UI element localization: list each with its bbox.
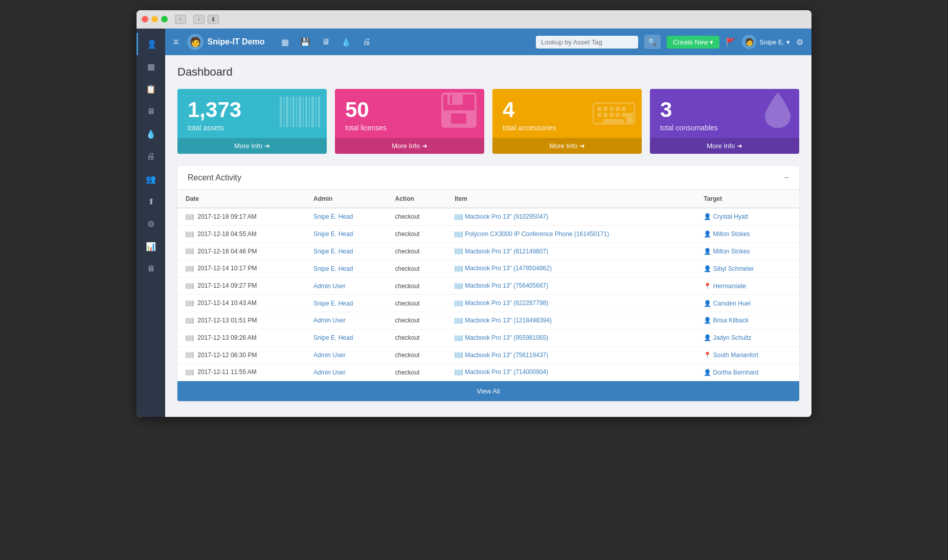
- maximize-button[interactable]: [161, 16, 168, 22]
- cell-item[interactable]: Macbook Pro 13" (955981065): [446, 329, 695, 346]
- sidebar-item-users[interactable]: 👥: [137, 168, 165, 190]
- back-button[interactable]: ‹: [175, 15, 186, 24]
- cell-item[interactable]: Macbook Pro 13" (910295047): [446, 208, 695, 225]
- cell-item[interactable]: Macbook Pro 13" (756119437): [446, 346, 695, 364]
- admin-link[interactable]: Admin User: [313, 317, 346, 324]
- drop-nav-icon[interactable]: 💧: [339, 35, 353, 49]
- item-link[interactable]: Macbook Pro 13" (714000904): [465, 368, 548, 376]
- forward-button[interactable]: ›: [193, 15, 205, 24]
- item-link[interactable]: Macbook Pro 13" (955981065): [465, 334, 548, 341]
- cell-admin[interactable]: Snipe E. Head: [305, 260, 387, 277]
- svg-rect-2: [286, 97, 288, 127]
- target-user-link[interactable]: 👤 Milton Stokes: [704, 230, 750, 238]
- sidebar-item-reports[interactable]: 📊: [137, 235, 165, 258]
- target-user-link[interactable]: 👤 Camden Huel: [704, 300, 751, 307]
- save-nav-icon[interactable]: 💾: [298, 35, 312, 49]
- item-link[interactable]: Macbook Pro 13" (812149807): [465, 248, 548, 255]
- cell-admin[interactable]: Admin User: [305, 312, 387, 329]
- target-user-link[interactable]: 👤 Crystal Hyatt: [704, 213, 748, 220]
- collapse-button[interactable]: −: [784, 173, 789, 182]
- download-button[interactable]: ⬇: [208, 15, 219, 24]
- item-link[interactable]: Macbook Pro 13" (756119437): [465, 352, 548, 359]
- cell-target[interactable]: 👤 Camden Huel: [695, 295, 799, 312]
- sidebar-item-components[interactable]: 🖨: [137, 145, 165, 168]
- cell-admin[interactable]: Admin User: [305, 364, 387, 381]
- cell-admin[interactable]: Admin User: [305, 346, 387, 364]
- item-link[interactable]: Macbook Pro 13" (1218498394): [465, 317, 552, 324]
- admin-link[interactable]: Snipe E. Head: [313, 265, 353, 272]
- cell-admin[interactable]: Snipe E. Head: [305, 225, 387, 243]
- cell-item[interactable]: Polycom CX3000 IP Conference Phone (1614…: [446, 225, 695, 243]
- user-menu[interactable]: 🧑 Snipe E. ▾: [742, 35, 790, 49]
- target-user-link[interactable]: 👤 Jadyn Schultz: [704, 334, 751, 341]
- item-link[interactable]: Macbook Pro 13" (622287798): [465, 299, 548, 307]
- svg-rect-39: [455, 214, 456, 220]
- search-button[interactable]: 🔍: [644, 35, 661, 49]
- cell-target[interactable]: 👤 Milton Stokes: [695, 225, 799, 243]
- minimize-button[interactable]: [151, 16, 158, 22]
- consumables-more-info[interactable]: More Info ➜: [650, 138, 799, 154]
- cell-item[interactable]: Macbook Pro 13" (714000904): [446, 364, 695, 381]
- sidebar-item-import[interactable]: ⬆: [137, 190, 165, 213]
- cell-target[interactable]: 📍 Hermanside: [695, 277, 799, 295]
- target-user-link[interactable]: 👤 Dortha Bernhard: [704, 369, 758, 376]
- cell-target[interactable]: 👤 Brisa Kilback: [695, 312, 799, 329]
- cell-admin[interactable]: Snipe E. Head: [305, 243, 387, 260]
- sidebar-item-dashboard[interactable]: 👤: [137, 33, 165, 55]
- sidebar-item-view[interactable]: 🖥: [137, 258, 165, 280]
- brand[interactable]: 🧑 Snipe-IT Demo: [187, 34, 265, 50]
- item-link[interactable]: Macbook Pro 13" (756405667): [465, 282, 548, 289]
- cell-item[interactable]: Macbook Pro 13" (1478504862): [446, 260, 695, 277]
- licenses-more-info[interactable]: More Info ➜: [335, 138, 484, 154]
- cell-admin[interactable]: Snipe E. Head: [305, 329, 387, 346]
- admin-link[interactable]: Snipe E. Head: [313, 334, 353, 341]
- admin-link[interactable]: Snipe E. Head: [313, 213, 353, 220]
- view-all-button[interactable]: View All: [177, 381, 799, 401]
- create-new-button[interactable]: Create New ▾: [667, 36, 719, 49]
- print-nav-icon[interactable]: 🖨: [360, 35, 373, 49]
- target-user-link[interactable]: 👤 Sibyl Schmeler: [704, 265, 754, 272]
- sidebar-item-assets[interactable]: ▦: [137, 55, 165, 78]
- row-barcode-icon: [186, 369, 194, 376]
- hamburger-icon[interactable]: ≡: [173, 37, 179, 48]
- cell-item[interactable]: Macbook Pro 13" (1218498394): [446, 312, 695, 329]
- cell-admin[interactable]: Snipe E. Head: [305, 295, 387, 312]
- sidebar-item-licenses[interactable]: 📋: [137, 78, 165, 100]
- cell-item[interactable]: Macbook Pro 13" (622287798): [446, 295, 695, 312]
- cell-admin[interactable]: Admin User: [305, 277, 387, 295]
- sidebar-item-consumables[interactable]: 💧: [137, 123, 165, 145]
- sidebar-item-accessories[interactable]: 🖥: [137, 100, 165, 123]
- cell-item[interactable]: Macbook Pro 13" (812149807): [446, 243, 695, 260]
- item-link[interactable]: Polycom CX3000 IP Conference Phone (1614…: [465, 230, 609, 238]
- target-user-link[interactable]: 👤 Milton Stokes: [704, 248, 750, 255]
- target-location-link[interactable]: 📍 South Marianfort: [704, 352, 758, 359]
- item-link[interactable]: Macbook Pro 13" (1478504862): [465, 265, 552, 272]
- close-button[interactable]: [142, 16, 148, 22]
- admin-link[interactable]: Snipe E. Head: [313, 230, 353, 238]
- svg-rect-52: [191, 231, 191, 237]
- cell-target[interactable]: 👤 Jadyn Schultz: [695, 329, 799, 346]
- barcode-nav-icon[interactable]: ▦: [279, 35, 291, 49]
- cell-target[interactable]: 👤 Dortha Bernhard: [695, 364, 799, 381]
- cell-target[interactable]: 👤 Sibyl Schmeler: [695, 260, 799, 277]
- admin-link[interactable]: Admin User: [313, 369, 346, 376]
- monitor-nav-icon[interactable]: 🖥: [320, 35, 332, 49]
- assets-more-info[interactable]: More Info ➜: [177, 138, 327, 154]
- cell-target[interactable]: 📍 South Marianfort: [695, 346, 799, 364]
- accessories-more-info[interactable]: More Info ➜: [492, 138, 642, 154]
- sidebar-item-settings[interactable]: ⚙: [137, 213, 165, 235]
- cell-target[interactable]: 👤 Milton Stokes: [695, 243, 799, 260]
- admin-link[interactable]: Snipe E. Head: [313, 248, 353, 255]
- item-link[interactable]: Macbook Pro 13" (910295047): [465, 213, 548, 220]
- cell-item[interactable]: Macbook Pro 13" (756405667): [446, 277, 695, 295]
- flag-icon[interactable]: 🚩: [726, 37, 736, 47]
- cell-target[interactable]: 👤 Crystal Hyatt: [695, 208, 799, 225]
- cell-admin[interactable]: Snipe E. Head: [305, 208, 387, 225]
- share-icon[interactable]: ⚙: [796, 37, 803, 47]
- target-location-link[interactable]: 📍 Hermanside: [704, 283, 746, 290]
- target-user-link[interactable]: 👤 Brisa Kilback: [704, 317, 749, 324]
- asset-tag-search-input[interactable]: [536, 36, 638, 49]
- admin-link[interactable]: Snipe E. Head: [313, 300, 353, 307]
- admin-link[interactable]: Admin User: [313, 352, 346, 359]
- admin-link[interactable]: Admin User: [313, 283, 346, 290]
